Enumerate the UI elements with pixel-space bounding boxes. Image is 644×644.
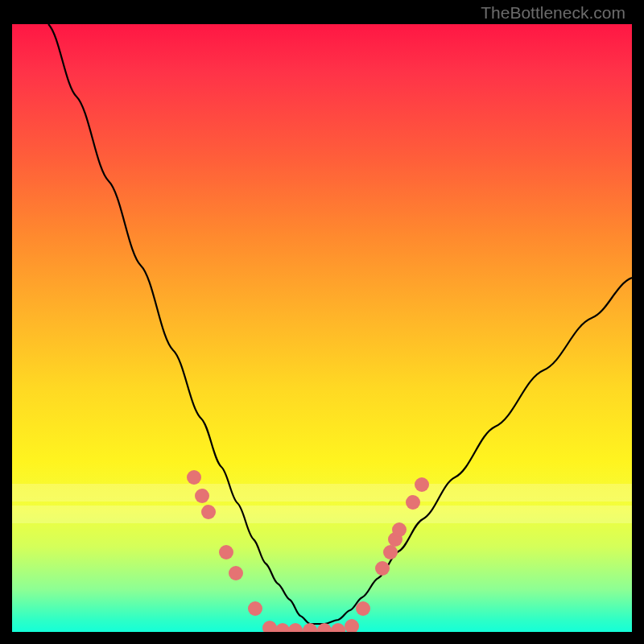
marker-dot bbox=[229, 566, 243, 580]
marker-dot bbox=[219, 545, 233, 559]
marker-dot bbox=[356, 601, 370, 616]
bottleneck-curve bbox=[48, 24, 632, 624]
marker-dot bbox=[201, 505, 216, 519]
marker-dot bbox=[415, 477, 429, 492]
plot-area bbox=[12, 24, 632, 632]
marker-dot bbox=[392, 522, 407, 537]
marker-dot bbox=[195, 489, 209, 503]
marker-dot bbox=[288, 623, 303, 632]
marker-dot bbox=[375, 561, 390, 576]
marker-dot bbox=[262, 621, 277, 632]
marker-dot bbox=[275, 623, 290, 632]
marker-dot bbox=[406, 495, 420, 510]
watermark-text: TheBottleneck.com bbox=[481, 3, 625, 23]
marker-dot bbox=[248, 601, 262, 616]
curve-svg bbox=[12, 24, 632, 632]
marker-dot bbox=[331, 623, 345, 632]
marker-dots-group bbox=[187, 470, 429, 632]
marker-dot bbox=[187, 470, 201, 485]
marker-dot bbox=[345, 619, 359, 632]
chart-frame: TheBottleneck.com bbox=[12, 0, 632, 632]
marker-dot bbox=[383, 545, 398, 559]
